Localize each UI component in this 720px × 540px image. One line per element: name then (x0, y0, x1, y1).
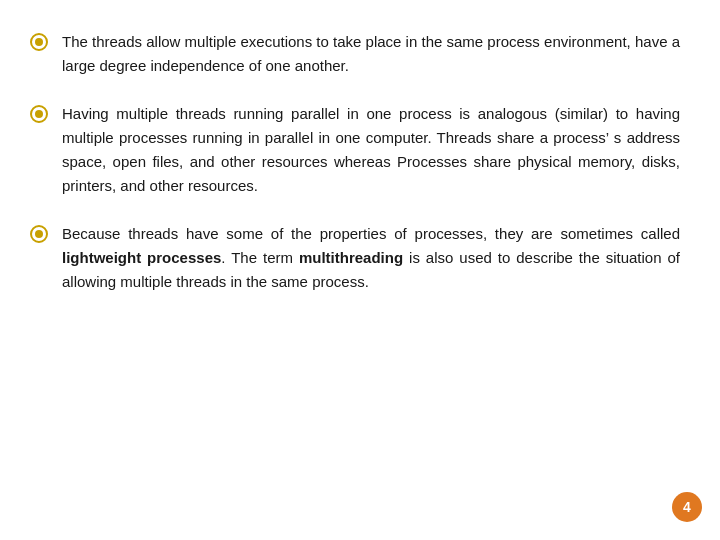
bullet-item-1: The threads allow multiple executions to… (30, 30, 680, 78)
bullet-list: The threads allow multiple executions to… (30, 30, 680, 294)
bullet-text-3: Because threads have some of the propert… (62, 222, 680, 294)
bold-lightweight: lightweight processes (62, 249, 221, 266)
slide-container: The threads allow multiple executions to… (0, 0, 720, 540)
bullet-text-1: The threads allow multiple executions to… (62, 30, 680, 78)
bullet-text-2: Having multiple threads running parallel… (62, 102, 680, 198)
bullet-icon-1 (30, 33, 48, 51)
bold-multithreading: multithreading (299, 249, 403, 266)
bullet-icon-3 (30, 225, 48, 243)
page-number: 4 (672, 492, 702, 522)
bullet-icon-2 (30, 105, 48, 123)
bullet-item-3: Because threads have some of the propert… (30, 222, 680, 294)
bullet-item-2: Having multiple threads running parallel… (30, 102, 680, 198)
